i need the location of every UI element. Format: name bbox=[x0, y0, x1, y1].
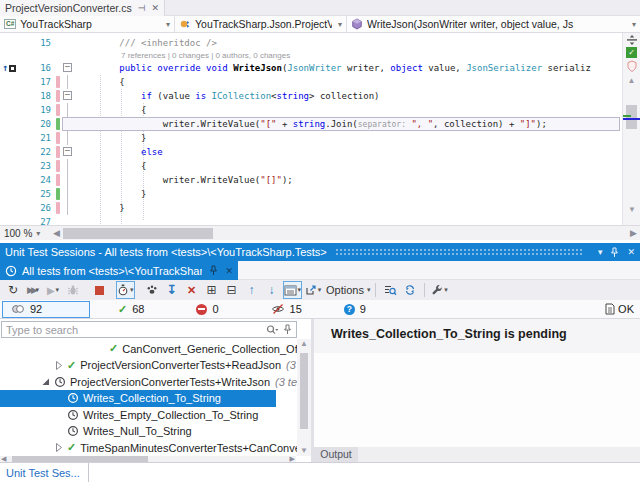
run-all-tests-icon[interactable]: ▶▶ ▾ bbox=[24, 281, 42, 299]
scroll-right-icon[interactable]: ▶ bbox=[627, 228, 640, 238]
test-tree-item[interactable]: ✓ProjectVersionConverterTests+ReadJson(3… bbox=[0, 357, 296, 374]
pin-icon[interactable]: ⊣ bbox=[138, 3, 146, 13]
gutter-cell[interactable] bbox=[0, 131, 19, 145]
gutter-cell[interactable] bbox=[0, 75, 19, 89]
repeat-previous-run-icon[interactable]: ↻ bbox=[4, 281, 22, 299]
code-editor[interactable]: 15 /// <inheritdoc />7 references | 0 ch… bbox=[0, 33, 622, 225]
track-running-test-icon[interactable] bbox=[143, 281, 161, 299]
counter-ignored[interactable]: 15 bbox=[271, 303, 302, 315]
gutter-cell[interactable] bbox=[0, 215, 19, 225]
test-tree-item[interactable]: ProjectVersionConverterTests+WriteJson(3… bbox=[0, 373, 296, 390]
expand-all-icon[interactable]: ⊞ bbox=[203, 281, 221, 299]
pin-icon[interactable] bbox=[283, 324, 292, 335]
gutter-cell[interactable]: ↑ bbox=[0, 61, 19, 75]
search-input[interactable] bbox=[2, 324, 265, 336]
code-line-20[interactable]: 20 writer.WriteValue("[" + string.Join(s… bbox=[0, 117, 622, 131]
test-tree-item[interactable]: ✓CanConvert_Generic_Collection_Of_String… bbox=[0, 340, 296, 357]
output-area[interactable] bbox=[314, 353, 640, 447]
gutter-cell[interactable] bbox=[0, 103, 19, 117]
test-tree-item[interactable]: Writes_Collection_To_String bbox=[0, 390, 276, 407]
scrollbar-thumb[interactable] bbox=[63, 228, 213, 239]
options-button[interactable]: Options▾ bbox=[324, 281, 370, 299]
split-window-handle-icon[interactable] bbox=[623, 33, 640, 45]
gutter-cell[interactable] bbox=[0, 89, 19, 103]
document-tab[interactable]: ProjectVersionConverter.cs ⊣ ✕ bbox=[0, 0, 165, 16]
search-tests-icon[interactable] bbox=[381, 281, 399, 299]
gutter-cell[interactable] bbox=[0, 173, 19, 187]
file-analysis-ok-icon[interactable]: ✓ bbox=[626, 47, 637, 58]
run-selected-tests-icon[interactable]: ▶▾ bbox=[44, 281, 62, 299]
zoom-selector[interactable]: 100 % ▾ bbox=[0, 228, 50, 239]
horizontal-scrollbar[interactable] bbox=[63, 228, 625, 239]
close-icon[interactable]: ✕ bbox=[225, 266, 233, 276]
tree-vertical-scrollbar[interactable]: ▲ ▼ bbox=[297, 339, 311, 456]
pin-icon[interactable] bbox=[209, 265, 218, 276]
test-tree-item[interactable]: Writes_Null_To_String bbox=[0, 423, 296, 440]
collapse-all-icon[interactable]: ⊟ bbox=[223, 281, 241, 299]
code-line-21[interactable]: 21 } bbox=[0, 131, 622, 145]
remove-tests-icon[interactable]: ✕ bbox=[183, 281, 201, 299]
codelens-indicator[interactable]: 7 references | 0 changes | 0 authors, 0 … bbox=[0, 50, 622, 61]
auto-repeat-tests-icon[interactable]: ▾ bbox=[116, 281, 135, 299]
test-tree-item[interactable]: ✓TimeSpanMinutesConverterTests+CanConver… bbox=[0, 439, 296, 456]
override-marker-icon[interactable]: ↑ bbox=[2, 63, 16, 73]
expander-expanded-icon[interactable] bbox=[40, 376, 51, 387]
code-line-26[interactable]: 26 } bbox=[0, 201, 622, 215]
scroll-up-icon[interactable]: ▲ bbox=[623, 73, 640, 85]
gutter-cell[interactable] bbox=[0, 187, 19, 201]
member-dropdown[interactable]: WriteJson(JsonWriter writer, object valu… bbox=[347, 16, 640, 32]
stop-execution-icon[interactable] bbox=[90, 281, 108, 299]
code-line-25[interactable]: 25 } bbox=[0, 187, 622, 201]
fold-collapse-icon[interactable]: – bbox=[62, 61, 76, 75]
close-icon[interactable]: ✕ bbox=[152, 3, 160, 13]
scroll-down-icon[interactable]: ▼ bbox=[623, 205, 640, 214]
code-line-18[interactable]: 18– if (value is ICollection<string> col… bbox=[0, 89, 622, 103]
close-icon[interactable]: ✕ bbox=[627, 247, 635, 257]
scrollbar-thumb[interactable] bbox=[300, 353, 308, 429]
code-line-19[interactable]: 19 { bbox=[0, 103, 622, 117]
group-by-icon[interactable]: ▾ bbox=[283, 281, 303, 299]
tool-window-title-bar[interactable]: Unit Test Sessions - All tests from <tes… bbox=[0, 243, 640, 261]
gutter-cell[interactable] bbox=[0, 201, 19, 215]
gutter-cell[interactable] bbox=[0, 36, 19, 50]
editor-scrollbar[interactable]: ✓ ▲ ▼ bbox=[622, 33, 640, 225]
gutter-cell[interactable] bbox=[0, 145, 19, 159]
tab-unit-test-sessions[interactable]: Unit Test Ses... bbox=[0, 463, 89, 482]
project-dropdown[interactable]: C# YouTrackSharp ▾ bbox=[0, 16, 175, 32]
counter-pending[interactable]: ?9 bbox=[344, 303, 366, 315]
scrollbar-thumb[interactable] bbox=[626, 105, 637, 129]
fold-collapse-icon[interactable]: – bbox=[62, 145, 76, 159]
refresh-session-icon[interactable] bbox=[401, 281, 419, 299]
window-position-icon[interactable]: ▾ bbox=[598, 247, 603, 257]
counter-passed[interactable]: ✓68 bbox=[118, 303, 144, 316]
counter-failed[interactable]: 0 bbox=[196, 303, 218, 315]
unit-testing-settings-icon[interactable]: ▾ bbox=[430, 281, 448, 299]
test-tree-item[interactable]: Writes_Empty_Collection_To_String bbox=[0, 406, 296, 423]
code-line-22[interactable]: 22– else bbox=[0, 145, 622, 159]
scroll-down-icon[interactable]: ▼ bbox=[297, 446, 311, 456]
debug-tests-icon[interactable] bbox=[64, 281, 82, 299]
search-icon[interactable] bbox=[265, 324, 279, 336]
code-line-16[interactable]: ↑16– public override void WriteJson(Json… bbox=[0, 61, 622, 75]
solution-analysis-shield-icon[interactable] bbox=[623, 60, 640, 73]
fold-collapse-icon[interactable]: – bbox=[62, 89, 76, 103]
code-line-15[interactable]: 15 /// <inheritdoc /> bbox=[0, 36, 622, 50]
gutter-cell[interactable] bbox=[0, 117, 19, 131]
code-line-17[interactable]: 17 { bbox=[0, 75, 622, 89]
scroll-up-icon[interactable]: ▲ bbox=[297, 339, 311, 349]
pin-icon[interactable] bbox=[610, 247, 619, 258]
code-line-23[interactable]: 23 { bbox=[0, 159, 622, 173]
next-test-icon[interactable]: ↓ bbox=[263, 281, 281, 299]
scroll-left-icon[interactable]: ◀ bbox=[50, 228, 63, 238]
expander-collapsed-icon[interactable] bbox=[53, 360, 64, 371]
tab-output[interactable]: Output bbox=[314, 447, 358, 462]
append-tests-icon[interactable]: ↧ bbox=[163, 281, 181, 299]
code-line-27[interactable]: 27 bbox=[0, 215, 622, 225]
session-tab[interactable]: All tests from <tests>\<YouTrackSharp.Te… bbox=[0, 261, 238, 280]
expander-collapsed-icon[interactable] bbox=[53, 442, 64, 453]
gutter-cell[interactable] bbox=[0, 159, 19, 173]
type-dropdown[interactable]: YouTrackSharp.Json.ProjectVersionConvert… bbox=[175, 16, 347, 32]
export-icon[interactable]: ▾ bbox=[304, 281, 322, 299]
previous-test-icon[interactable]: ↑ bbox=[243, 281, 261, 299]
code-line-24[interactable]: 24 writer.WriteValue("[]"); bbox=[0, 173, 622, 187]
